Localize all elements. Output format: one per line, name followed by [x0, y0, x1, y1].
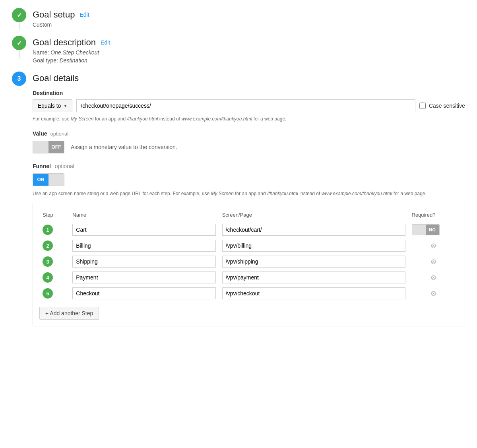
row5-name-input[interactable] [72, 287, 215, 299]
row3-name-input[interactable] [72, 256, 215, 268]
step1-check-icon: ✓ [12, 8, 26, 22]
case-sensitive-label: Case sensitive [429, 103, 465, 109]
dropdown-label: Equals to [38, 103, 61, 109]
row5-remove-icon[interactable]: ⊗ [412, 289, 456, 298]
table-row: 1 [39, 222, 458, 238]
row3-step-cell: 3 [39, 254, 69, 270]
row2-page-cell [219, 238, 409, 254]
col-header-required: Required? [409, 209, 459, 222]
step1-content: Goal setup Edit Custom [33, 8, 465, 36]
value-toggle-left [33, 141, 48, 153]
step-goal-setup: ✓ Goal setup Edit Custom [12, 8, 465, 36]
case-sensitive-row: Case sensitive [419, 103, 465, 109]
row3-page-cell [219, 254, 409, 270]
step3-content: Goal details Destination Equals to ▼ Cas… [33, 72, 465, 334]
destination-label: Destination [33, 90, 465, 96]
row1-page-cell [219, 222, 409, 238]
value-section: Value optional OFF Assign a monetary val… [33, 130, 465, 153]
value-toggle[interactable]: OFF [33, 141, 64, 153]
step2-subtitle-name: Name: One Step Checkout [33, 49, 465, 56]
timeline: ✓ Goal setup Edit Custom ✓ Goal descript… [12, 8, 465, 334]
step3-title: Goal details [33, 73, 79, 83]
row1-req-toggle-label: NO [426, 225, 439, 235]
row5-name-cell [69, 285, 219, 301]
row2-step-badge: 2 [43, 240, 53, 251]
step1-subtitle: Custom [33, 21, 465, 28]
row4-step-cell: 4 [39, 270, 69, 285]
row3-step-badge: 3 [43, 256, 53, 267]
step-goal-details: 3 Goal details Destination Equals to ▼ C… [12, 72, 465, 334]
add-step-button[interactable]: + Add another Step [39, 307, 99, 320]
value-label-row: Value optional [33, 130, 465, 137]
row5-page-cell [219, 285, 409, 301]
row1-required-toggle[interactable]: NO [412, 224, 440, 235]
step1-edit-link[interactable]: Edit [80, 12, 89, 18]
funnel-table: Step Name Screen/Page Required? 1 [39, 209, 458, 301]
funnel-table-wrapper: Step Name Screen/Page Required? 1 [33, 203, 465, 326]
funnel-toggle[interactable]: ON [33, 173, 64, 186]
row1-step-badge: 1 [43, 225, 53, 235]
row2-remove-icon[interactable]: ⊗ [412, 241, 456, 250]
step3-indicator: 3 [12, 72, 26, 86]
row4-required-cell: ⊗ [409, 270, 459, 285]
row4-remove-icon[interactable]: ⊗ [412, 273, 456, 282]
funnel-toggle-on-label: ON [33, 174, 48, 186]
row1-req-toggle-left [412, 225, 426, 235]
step2-title-row: Goal description Edit [33, 37, 465, 48]
row3-remove-icon[interactable]: ⊗ [412, 257, 456, 266]
funnel-table-header: Step Name Screen/Page Required? [39, 209, 458, 222]
value-optional-label: optional [50, 131, 69, 137]
row3-page-input[interactable] [222, 256, 405, 268]
table-row: 2 ⊗ [39, 238, 458, 254]
value-label: Value [33, 130, 47, 137]
step2-title: Goal description [33, 37, 96, 48]
row1-step-cell: 1 [39, 222, 69, 238]
step2-indicator: ✓ [12, 36, 26, 58]
row5-page-input[interactable] [222, 287, 405, 299]
row5-step-cell: 5 [39, 285, 69, 301]
col-header-name: Name [69, 209, 219, 222]
case-sensitive-checkbox[interactable] [419, 103, 426, 109]
row2-required-cell: ⊗ [409, 238, 459, 254]
step3-number-icon: 3 [12, 72, 26, 86]
destination-hint: For example, use My Screen for an app an… [33, 115, 465, 122]
value-toggle-row: OFF Assign a monetary value to the conve… [33, 141, 465, 153]
row5-step-badge: 5 [43, 288, 53, 299]
step2-subtitle-goaltype: Goal type: Destination [33, 57, 465, 64]
step2-edit-link[interactable]: Edit [101, 39, 110, 46]
funnel-label: Funnel optional [33, 163, 74, 169]
funnel-label-row: Funnel optional [33, 163, 465, 169]
row1-required-cell: NO [409, 222, 459, 238]
row1-name-cell [69, 222, 219, 238]
row1-page-input[interactable] [222, 224, 405, 236]
row2-step-cell: 2 [39, 238, 69, 254]
funnel-optional: optional [55, 163, 74, 169]
value-assign-text: Assign a monetary value to the conversio… [71, 144, 177, 150]
step2-line [19, 50, 19, 58]
row5-required-cell: ⊗ [409, 285, 459, 301]
col-header-page: Screen/Page [219, 209, 409, 222]
row4-name-cell [69, 270, 219, 285]
table-row: 5 ⊗ [39, 285, 458, 301]
funnel-hint: Use an app screen name string or a web p… [33, 190, 465, 197]
row1-name-input[interactable] [72, 224, 215, 236]
row2-name-input[interactable] [72, 240, 215, 252]
table-row: 4 ⊗ [39, 270, 458, 285]
step2-content: Goal description Edit Name: One Step Che… [33, 36, 465, 72]
step1-indicator: ✓ [12, 8, 26, 30]
destination-row: Equals to ▼ Case sensitive [33, 99, 465, 112]
row3-name-cell [69, 254, 219, 270]
row3-required-cell: ⊗ [409, 254, 459, 270]
row4-step-badge: 4 [43, 272, 53, 283]
step2-check-icon: ✓ [12, 36, 26, 50]
row4-name-input[interactable] [72, 272, 215, 283]
step1-title-row: Goal setup Edit [33, 10, 465, 20]
destination-input[interactable] [76, 99, 415, 112]
equals-to-dropdown[interactable]: Equals to ▼ [33, 99, 72, 112]
dropdown-arrow-icon: ▼ [63, 104, 67, 108]
row2-page-input[interactable] [222, 240, 405, 252]
row4-page-input[interactable] [222, 272, 405, 283]
value-toggle-label: OFF [48, 141, 64, 153]
table-row: 3 ⊗ [39, 254, 458, 270]
col-header-step: Step [39, 209, 69, 222]
